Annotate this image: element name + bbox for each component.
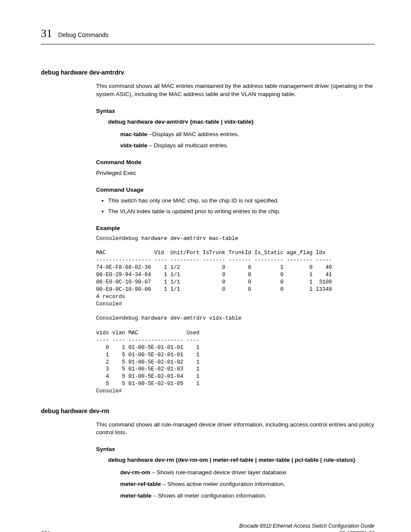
- syntax-param: meter-ref-table – Shows active meter con…: [120, 480, 374, 488]
- syntax-param: mac-table –Displays all MAC address entr…: [120, 131, 374, 139]
- footer-doc-title: Brocade 6910 Ethernet Access Switch Conf…: [239, 523, 374, 530]
- syntax-param: vidx-table – Displays all multicast entr…: [120, 142, 374, 150]
- command-name-devrm: debug hardware dev-rm: [41, 407, 374, 416]
- page-header: 31 Debug Commands: [41, 26, 374, 44]
- section-body-devrm: This command shows all rule-managed devi…: [96, 421, 374, 500]
- command-mode-heading: Command Mode: [96, 159, 374, 167]
- command-usage-heading: Command Usage: [96, 186, 374, 194]
- example-heading: Example: [96, 224, 374, 233]
- param-rest: – Shows rule-managed device driver layer…: [150, 469, 288, 476]
- page-number: 634: [41, 530, 50, 532]
- page-footer: 634 Brocade 6910 Ethernet Access Switch …: [41, 523, 374, 532]
- usage-item: This switch has only one MAC chip, so th…: [108, 197, 374, 205]
- param-rest: –Displays all MAC address entries.: [147, 131, 239, 137]
- footer-doc-id: 53-1002651-02: [239, 530, 374, 532]
- chapter-number: 31: [41, 26, 52, 41]
- syntax-param: dev-rm-om – Shows rule-managed device dr…: [120, 469, 374, 477]
- command-mode-text: Privileged Exec: [96, 169, 374, 177]
- param-rest: – Shows all meter configuration informat…: [152, 492, 266, 499]
- syntax-param: meter-table – Shows all meter configurat…: [120, 492, 374, 500]
- param-bold: meter-table: [120, 492, 152, 499]
- syntax-text: debug hardware dev-amtrdrv {mac-table | …: [108, 118, 374, 126]
- syntax-heading: Syntax: [96, 445, 374, 454]
- usage-list: This switch has only one MAC chip, so th…: [96, 197, 374, 216]
- usage-item: The VLAN index table is updated prior to…: [108, 208, 374, 216]
- command-name-amtrdrv: debug hardware dev-amtrdrv: [41, 68, 374, 77]
- param-bold: meter-ref-table: [120, 481, 161, 487]
- footer-doc-info: Brocade 6910 Ethernet Access Switch Conf…: [239, 523, 374, 532]
- syntax-heading: Syntax: [96, 107, 374, 115]
- param-bold: vidx-table: [120, 142, 147, 149]
- param-bold: mac-table: [120, 131, 147, 137]
- syntax-text: debug hardware dev-rm {dev-rm-om | meter…: [108, 456, 374, 464]
- param-rest: – Shows active meter configuration infor…: [161, 481, 285, 487]
- command-description: This command shows all MAC entries maint…: [96, 82, 374, 99]
- section-body-amtrdrv: This command shows all MAC entries maint…: [96, 82, 374, 395]
- command-description: This command shows all rule-managed devi…: [96, 421, 374, 437]
- chapter-title: Debug Commands: [58, 31, 109, 40]
- param-rest: – Displays all multicast entries.: [147, 142, 228, 149]
- param-bold: dev-rm-om: [120, 469, 150, 476]
- example-console-output: Console#debug hardware dev-amtrdrv mac-t…: [96, 235, 374, 395]
